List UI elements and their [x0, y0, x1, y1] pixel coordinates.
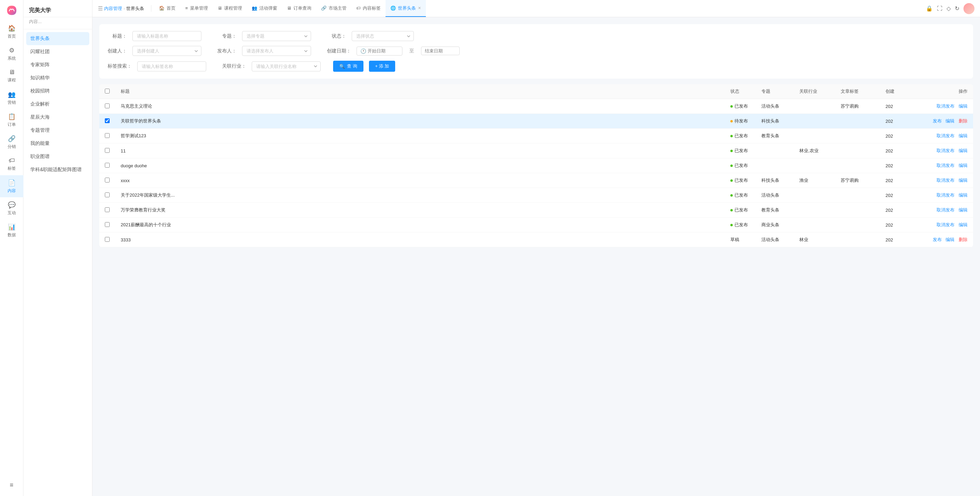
row-checkbox[interactable] [105, 148, 110, 153]
tab-market-admin[interactable]: 🔗 市场主管 [316, 0, 352, 17]
row-checkbox[interactable] [105, 118, 110, 123]
secondary-menu-item-subject-matrix[interactable]: 学科&职能适配矩阵图谱 [24, 163, 92, 176]
action-取消发布[interactable]: 取消发布 [937, 133, 955, 138]
row-checkbox[interactable] [105, 163, 110, 167]
action-删除[interactable]: 删除 [959, 118, 967, 123]
row-checkbox[interactable] [105, 207, 110, 212]
row-tag: 苏宁易购 [835, 173, 880, 188]
start-date-input[interactable] [368, 48, 399, 53]
row-checkbox[interactable] [105, 133, 110, 138]
tab-menu[interactable]: ≡ 菜单管理 [180, 0, 213, 17]
expand-icon[interactable]: ⛶ [937, 5, 942, 12]
row-checkbox-cell [99, 129, 115, 144]
action-编辑[interactable]: 编辑 [959, 148, 967, 153]
secondary-menu-item-career-map[interactable]: 职业图谱 [24, 150, 92, 163]
action-取消发布[interactable]: 取消发布 [937, 178, 955, 183]
row-actions: 取消发布 编辑 [904, 158, 973, 173]
action-取消发布[interactable]: 取消发布 [937, 163, 955, 168]
secondary-menu-item-campus-recruit[interactable]: 校园招聘 [24, 85, 92, 97]
sidebar-item-distribute[interactable]: 🔗 分销 [0, 131, 24, 153]
sidebar-item-course[interactable]: 🖥 课程 [0, 65, 24, 87]
interact-icon: 💬 [8, 201, 16, 209]
secondary-menu-item-knowledge-essence[interactable]: 知识精华 [24, 72, 92, 85]
row-topic: 商业头条 [756, 218, 794, 233]
filter-row-1: 标题： 专题： 选择专题 状态： 选择状态 [108, 31, 965, 41]
sidebar-item-order[interactable]: 📋 订单 [0, 109, 24, 131]
add-button[interactable]: + 添 加 [369, 61, 396, 72]
tab-order-query[interactable]: 🖥 订单查询 [282, 0, 316, 17]
secondary-menu-item-enterprise-analysis[interactable]: 企业解析 [24, 97, 92, 111]
breadcrumb: ☰ 内容管理 › 世界头条 [98, 5, 151, 12]
tab-activity[interactable]: 👥 活动弹窗 [247, 0, 282, 17]
tab-course[interactable]: 🖥 课程管理 [213, 0, 247, 17]
action-发布[interactable]: 发布 [933, 237, 942, 242]
sidebar-more-button[interactable]: ≡ [0, 478, 24, 492]
topic-select[interactable]: 选择专题 [242, 31, 311, 41]
status-label: 已发布 [735, 133, 748, 138]
creator-select[interactable]: 选择创建人 [132, 46, 201, 56]
secondary-menu-item-expert-matrix[interactable]: 专家矩阵 [24, 58, 92, 72]
action-编辑[interactable]: 编辑 [959, 207, 967, 212]
tab-content-tag-icon: 🏷 [356, 5, 361, 11]
sidebar-item-content[interactable]: 📄 内容 [0, 175, 24, 197]
search-icon: 🔍 [339, 64, 345, 69]
secondary-menu-item-flash-community[interactable]: 闪耀社团 [24, 45, 92, 58]
row-status: 已发布 [725, 158, 756, 173]
row-checkbox[interactable] [105, 237, 110, 242]
action-编辑[interactable]: 编辑 [959, 193, 967, 198]
action-发布[interactable]: 发布 [933, 118, 942, 123]
end-date-wrapper[interactable] [421, 46, 460, 55]
action-编辑[interactable]: 编辑 [959, 222, 967, 227]
status-select[interactable]: 选择状态 [352, 31, 414, 41]
tab-world-headline[interactable]: 🌐 世界头条 ✕ [385, 0, 426, 17]
tab-content-tag[interactable]: 🏷 内容标签 [352, 0, 385, 17]
tab-home[interactable]: 🏠 首页 [154, 0, 180, 17]
sidebar-item-marketing[interactable]: 👥 营销 [0, 87, 24, 109]
topic-select-wrapper: 选择专题 [242, 31, 311, 41]
action-编辑[interactable]: 编辑 [959, 178, 967, 183]
tag-input[interactable] [137, 61, 206, 72]
sidebar-item-tag[interactable]: 🏷 标签 [0, 153, 24, 175]
action-编辑[interactable]: 编辑 [945, 237, 955, 242]
action-取消发布[interactable]: 取消发布 [937, 104, 955, 108]
action-取消发布[interactable]: 取消发布 [937, 207, 955, 212]
create-date-label: 创建日期： [327, 48, 351, 54]
sidebar-item-interact[interactable]: 💬 互动 [0, 197, 24, 219]
secondary-menu-item-topic-management[interactable]: 专题管理 [24, 124, 92, 137]
user-avatar[interactable] [963, 3, 974, 14]
row-checkbox[interactable] [105, 104, 110, 108]
publisher-select[interactable]: 请选择发布人 [242, 46, 311, 56]
row-checkbox[interactable] [105, 222, 110, 227]
lock-icon[interactable]: 🔒 [926, 5, 933, 12]
row-checkbox[interactable] [105, 193, 110, 197]
status-dot [730, 164, 733, 167]
industry-select[interactable]: 请输入关联行业名称 [252, 61, 321, 72]
title-input[interactable] [132, 31, 201, 41]
filter-row-3: 标签搜索： 关联行业： 请输入关联行业名称 🔍 查 询 + 添 加 [108, 61, 965, 72]
app-logo[interactable] [0, 0, 24, 21]
secondary-sidebar: 完美大学 内容... 世界头条 闪耀社团 专家矩阵 知识精华 校园招聘 企业解析… [24, 0, 92, 496]
action-编辑[interactable]: 编辑 [945, 118, 955, 123]
secondary-menu-item-world-headline[interactable]: 世界头条 [26, 32, 89, 45]
action-取消发布[interactable]: 取消发布 [937, 148, 955, 153]
action-编辑[interactable]: 编辑 [959, 104, 967, 108]
row-checkbox[interactable] [105, 178, 110, 182]
query-button[interactable]: 🔍 查 询 [333, 61, 363, 72]
action-编辑[interactable]: 编辑 [959, 133, 967, 138]
action-取消发布[interactable]: 取消发布 [937, 222, 955, 227]
select-all-checkbox[interactable] [105, 89, 110, 94]
status-dot [730, 105, 733, 108]
refresh-icon[interactable]: ↻ [955, 5, 959, 12]
action-取消发布[interactable]: 取消发布 [937, 193, 955, 198]
sidebar-item-home[interactable]: 🏠 首页 [0, 21, 24, 43]
tab-world-headline-close[interactable]: ✕ [418, 6, 421, 10]
action-删除[interactable]: 删除 [959, 237, 967, 242]
action-编辑[interactable]: 编辑 [959, 163, 967, 168]
secondary-menu-item-star-ocean[interactable]: 星辰大海 [24, 111, 92, 124]
end-date-input[interactable] [425, 48, 456, 53]
sidebar-item-data[interactable]: 📊 数据 [0, 219, 24, 241]
diamond-icon[interactable]: ◇ [947, 5, 951, 12]
secondary-menu-item-my-energy[interactable]: 我的能量 [24, 137, 92, 150]
sidebar-item-system[interactable]: ⚙ 系统 [0, 43, 24, 65]
start-date-wrapper[interactable]: 🕐 [356, 46, 402, 56]
